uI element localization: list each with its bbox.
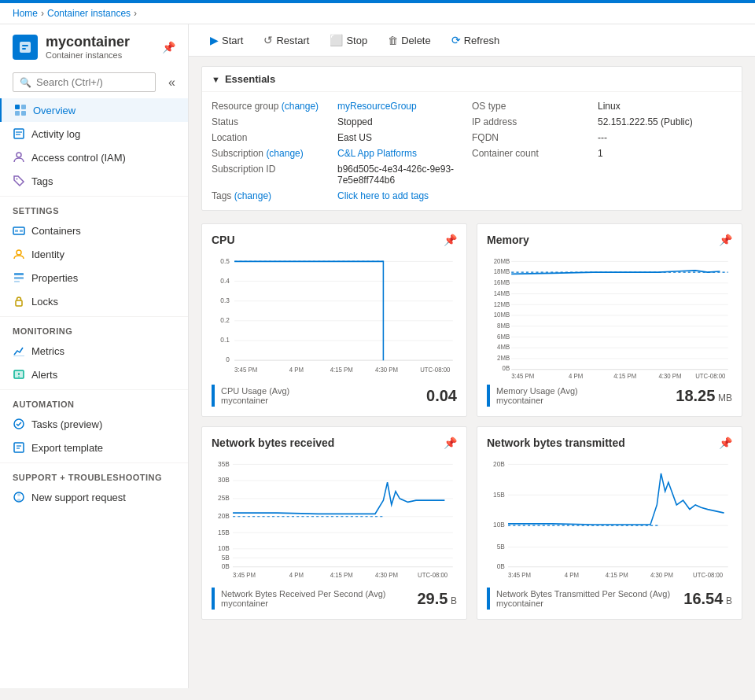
properties-icon [13, 271, 25, 284]
sidebar-search-box: 🔍 [13, 72, 156, 92]
essentials-sub-change-link[interactable]: (change) [266, 148, 303, 159]
sidebar-item-locks-label: Locks [31, 296, 58, 308]
essentials-left-col: Resource group (change) myResourceGroup … [212, 98, 472, 204]
sidebar-header: mycontainer Container instances 📌 [0, 24, 188, 66]
sidebar-item-activity-log-label: Activity log [31, 128, 80, 140]
cpu-chart-footer: CPU Usage (Avg) mycontainer 0.04 [212, 385, 457, 407]
containers-icon [13, 224, 25, 237]
memory-unit: MB [718, 392, 732, 403]
net-transmitted-legend-label: Network Bytes Transmitted Per Second (Av… [496, 589, 670, 599]
essentials-value-ip: 52.151.222.55 (Public) [598, 116, 693, 127]
sidebar-item-access-control-label: Access control (IAM) [31, 152, 126, 164]
restart-button[interactable]: ↺ Restart [255, 29, 318, 51]
memory-pin-icon[interactable]: 📌 [719, 234, 732, 246]
essentials-tags-value-link[interactable]: Click here to add tags [337, 190, 429, 201]
sidebar-item-containers-label: Containers [31, 225, 81, 237]
sidebar-item-properties[interactable]: Properties [0, 266, 188, 289]
essentials-value-subid: b96d505c-4e34-426c-9e93-7e5e8ff744b6 [337, 164, 472, 186]
essentials-row-status: Status Stopped [212, 114, 472, 130]
svg-text:20MB: 20MB [494, 257, 510, 264]
svg-text:4 PM: 4 PM [565, 572, 579, 579]
essentials-value-status: Stopped [337, 116, 373, 127]
essentials-tags-change-link[interactable]: (change) [234, 190, 271, 201]
essentials-label-subid: Subscription ID [212, 164, 337, 175]
svg-text:12MB: 12MB [494, 300, 510, 308]
stop-label: Stop [346, 35, 367, 46]
svg-text:0B: 0B [497, 562, 505, 570]
svg-rect-2 [22, 48, 26, 50]
svg-text:25B: 25B [218, 494, 230, 502]
cpu-chart-area: 0.5 0.4 0.3 0.2 0.1 0 [212, 252, 457, 378]
cpu-pin-icon[interactable]: 📌 [444, 234, 457, 246]
cpu-value-group: 0.04 [426, 387, 457, 405]
net-received-unit: B [451, 595, 457, 606]
essentials-label-count: Container count [472, 148, 598, 159]
net-transmitted-chart-title: Network bytes transmitted 📌 [487, 437, 732, 449]
svg-text:3:45 PM: 3:45 PM [508, 572, 531, 579]
memory-value-group: 18.25 MB [676, 387, 732, 405]
cpu-chart-card: CPU 📌 0.5 0.4 0.3 0.2 0.1 0 [201, 223, 467, 417]
net-transmitted-legend-sublabel: mycontainer [496, 599, 670, 608]
svg-text:35B: 35B [218, 459, 230, 467]
sidebar-item-support[interactable]: New support request [0, 485, 188, 509]
net-transmitted-chart-svg: 20B 15B 10B 5B 0B [487, 455, 732, 581]
svg-text:4:30 PM: 4:30 PM [375, 367, 398, 374]
essentials-sub-value-link[interactable]: C&L App Platforms [337, 148, 417, 159]
locks-icon [13, 295, 25, 308]
section-automation: Automation [0, 389, 188, 412]
refresh-button[interactable]: ⟳ Refresh [443, 29, 509, 51]
start-button[interactable]: ▶ Start [201, 29, 252, 51]
svg-rect-20 [13, 356, 24, 356]
svg-point-11 [17, 179, 18, 180]
svg-rect-17 [14, 277, 24, 279]
sidebar-item-tags[interactable]: Tags [0, 169, 188, 193]
overview-icon [14, 104, 27, 116]
pin-icon[interactable]: 📌 [162, 41, 175, 53]
cpu-title-text: CPU [212, 234, 235, 246]
stop-button[interactable]: ⬜ Stop [321, 29, 376, 51]
memory-chart-footer: Memory Usage (Avg) mycontainer 18.25 MB [487, 385, 732, 407]
sidebar-item-tasks[interactable]: Tasks (preview) [0, 412, 188, 436]
breadcrumb-sep-1: › [41, 8, 44, 19]
cpu-legend-text-group: CPU Usage (Avg) mycontainer [221, 386, 289, 405]
sidebar-item-support-label: New support request [31, 492, 126, 503]
essentials-row-count: Container count 1 [472, 146, 732, 161]
stop-icon: ⬜ [330, 34, 343, 46]
sidebar-item-metrics[interactable]: Metrics [0, 339, 188, 363]
search-input[interactable] [36, 76, 149, 88]
sidebar-item-access-control[interactable]: Access control (IAM) [0, 146, 188, 169]
sidebar-item-identity[interactable]: Identity [0, 242, 188, 266]
svg-text:3:45 PM: 3:45 PM [233, 572, 256, 579]
essentials-header[interactable]: ▼ Essentials [202, 67, 742, 92]
sidebar-item-activity-log[interactable]: Activity log [0, 122, 188, 146]
net-transmitted-chart-area: 20B 15B 10B 5B 0B [487, 455, 732, 581]
delete-button[interactable]: 🗑 Delete [379, 30, 440, 51]
memory-legend-label: Memory Usage (Avg) [496, 386, 578, 396]
sidebar-item-locks[interactable]: Locks [0, 289, 188, 313]
essentials-label-location: Location [212, 132, 337, 143]
essentials-value-location: East US [337, 132, 372, 143]
svg-text:20B: 20B [493, 459, 505, 467]
essentials-row-ip: IP address 52.151.222.55 (Public) [472, 114, 732, 130]
essentials-rg-change-link[interactable]: (change) [282, 101, 319, 112]
access-control-icon [13, 151, 25, 164]
sidebar-item-alerts[interactable]: Alerts [0, 363, 188, 386]
svg-text:5B: 5B [497, 542, 505, 550]
breadcrumb-container-instances[interactable]: Container instances [47, 8, 131, 19]
sidebar-item-overview[interactable]: Overview [0, 98, 188, 122]
collapse-button[interactable]: « [162, 72, 182, 93]
net-received-pin-icon[interactable]: 📌 [444, 437, 457, 449]
net-transmitted-pin-icon[interactable]: 📌 [719, 437, 732, 449]
breadcrumb-home[interactable]: Home [13, 8, 38, 19]
start-icon: ▶ [210, 34, 219, 46]
essentials-rg-value-link[interactable]: myResourceGroup [337, 101, 417, 112]
net-transmitted-legend-bar [487, 588, 490, 610]
net-received-chart-title: Network bytes received 📌 [212, 437, 457, 449]
essentials-panel: ▼ Essentials Resource group (change) myR… [201, 66, 742, 211]
export-icon [13, 441, 25, 454]
sidebar-title-group: mycontainer Container instances [46, 34, 130, 60]
sidebar-item-export[interactable]: Export template [0, 436, 188, 459]
support-icon [13, 491, 25, 503]
sidebar-item-containers[interactable]: Containers [0, 219, 188, 242]
delete-label: Delete [401, 35, 431, 46]
